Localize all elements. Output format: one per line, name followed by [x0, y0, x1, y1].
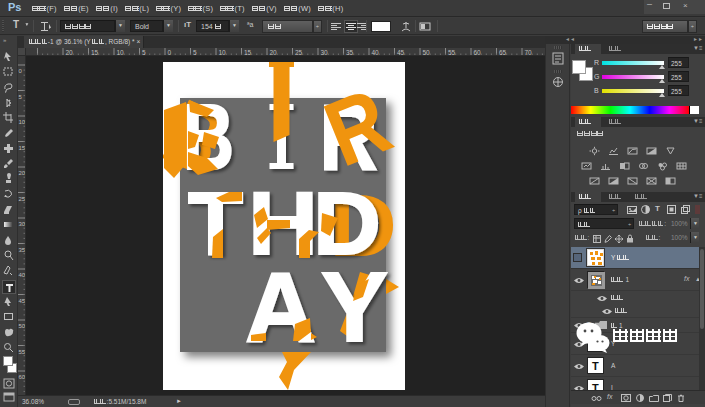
svg-text:40: 40	[19, 272, 26, 278]
svg-text:55: 55	[448, 49, 456, 56]
svg-text:0: 0	[19, 68, 23, 74]
svg-text:30: 30	[19, 221, 26, 227]
svg-text:60: 60	[19, 374, 26, 380]
svg-text:25: 25	[295, 49, 303, 56]
svg-text:35: 35	[346, 49, 354, 56]
svg-text:45: 45	[19, 298, 26, 304]
svg-text:5: 5	[193, 49, 197, 56]
svg-text:15: 15	[19, 145, 26, 151]
svg-text:30: 30	[321, 49, 329, 56]
svg-text:35: 35	[19, 247, 26, 253]
svg-text:20: 20	[19, 170, 26, 176]
svg-text:10: 10	[219, 49, 227, 56]
svg-text:10: 10	[19, 119, 26, 125]
svg-text:45: 45	[397, 49, 405, 56]
svg-text:40: 40	[372, 49, 380, 56]
svg-text:5: 5	[142, 49, 146, 56]
svg-text:55: 55	[19, 349, 26, 355]
svg-text:10: 10	[117, 49, 125, 56]
svg-text:70: 70	[525, 49, 533, 56]
svg-text:25: 25	[19, 196, 26, 202]
svg-text:15: 15	[91, 49, 99, 56]
svg-text:50: 50	[19, 323, 26, 329]
svg-text:15: 15	[244, 49, 252, 56]
svg-text:5: 5	[19, 94, 23, 100]
svg-text:20: 20	[66, 49, 74, 56]
svg-text:60: 60	[474, 49, 482, 56]
svg-text:0: 0	[168, 49, 172, 56]
svg-text:65: 65	[499, 49, 507, 56]
svg-text:Y: Y	[321, 251, 388, 362]
svg-text:A: A	[245, 251, 316, 362]
svg-text:20: 20	[270, 49, 278, 56]
svg-text:50: 50	[423, 49, 431, 56]
